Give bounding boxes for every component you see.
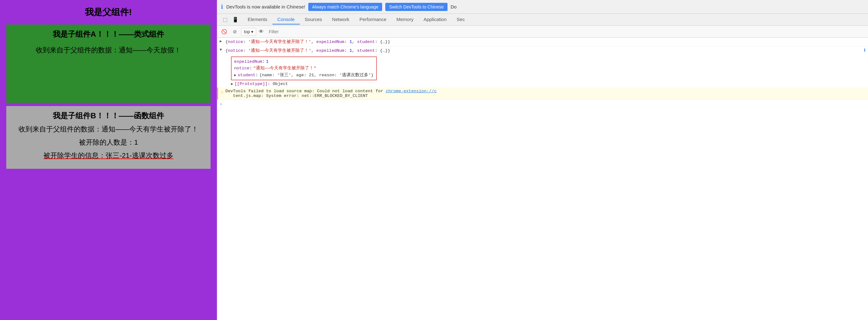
console-collapsed-text: {notice: '通知——今天有学生被开除了！', expelledNum: … [225,39,866,44]
tab-performance[interactable]: Performance [354,15,392,25]
tab-network[interactable]: Network [327,15,354,25]
proto-label: [[Prototype]] [235,81,268,86]
tab-sources[interactable]: Sources [300,15,327,25]
devtools-tab-bar: ⬚ 📱 Elements Console Sources Network Per… [217,14,868,26]
info-icon: ℹ [221,3,223,10]
inspect-element-icon[interactable]: ⬚ [221,16,229,24]
obj-key-notice: notice [234,66,250,71]
obj-key-expelled: expelledNum [234,59,262,64]
context-selector-arrow: ▾ [251,29,253,34]
filter-icon[interactable]: ⊘ [231,28,239,35]
notification-text: DevTools is now available in Chinese! [226,4,305,9]
console-row-collapsed: ▶ {notice: '通知——今天有学生被开除了！', expelledNum… [217,38,868,46]
console-filter-input[interactable] [266,28,866,35]
obj-value-notice: "通知——今天有学生被开除了！" [253,65,316,71]
notification-do-text: Do [451,4,457,9]
obj-row-expelled-num: expelledNum: 1 [234,58,374,65]
child-b-expelled-info: 被开除学生的信息：张三-21-逃课次数过多 [43,151,173,160]
child-b-container: 我是子组件B！！！——函数组件 收到来自于父组件的数据：通知——今天有学生被开除… [6,106,211,169]
tab-security[interactable]: Sec [452,15,470,25]
warning-icon: ⚠ [221,89,223,95]
context-selector[interactable]: top ▾ [241,28,256,35]
eye-icon[interactable]: 👁 [259,29,264,35]
tab-application[interactable]: Application [418,15,452,25]
clear-console-button[interactable]: 🚫 [220,28,229,35]
prompt-arrow: › [220,102,222,107]
console-toolbar: 🚫 ⊘ top ▾ 👁 [217,26,868,38]
expand-arrow-expanded[interactable]: ▼ [220,48,224,52]
console-prompt-row: › [217,100,868,109]
warning-link[interactable]: chrome-extension://c [385,89,436,94]
console-row-expanded-header: ▼ {notice: '通知——今天有学生被开除了！', expelledNum… [217,46,868,55]
child-b-expelled-count: 被开除的人数是：1 [79,138,138,147]
child-a-title: 我是子组件A！！！——类式组件 [53,29,164,39]
child-b-title: 我是子组件B！！！——函数组件 [53,111,164,121]
parent-title: 我是父组件! [3,3,214,21]
proto-value: : Object [268,81,288,86]
devtools-notification-bar: ℹ DevTools is now available in Chinese! … [217,0,868,14]
devtools-icon-buttons: ⬚ 📱 [219,16,243,24]
context-selector-label: top [244,29,250,34]
tab-console[interactable]: Console [273,15,300,25]
console-row-info-icon: ℹ [864,48,866,53]
obj-value-expelled: 1 [266,59,269,64]
obj-row-notice: notice: "通知——今天有学生被开除了！" [234,65,374,72]
obj-key-student: student [238,73,255,77]
console-content: ▶ {notice: '通知——今天有学生被开除了！', expelledNum… [217,38,868,320]
child-b-data-label: 收到来自于父组件的数据：通知——今天有学生被开除了！ [19,125,198,134]
object-highlight-box: expelledNum: 1 notice: "通知——今天有学生被开除了！" … [231,57,377,80]
warning-text: DevTools failed to load source map: Coul… [225,89,436,98]
proto-arrow[interactable]: ▶ [231,81,233,86]
tab-memory[interactable]: Memory [392,15,418,25]
prototype-row: ▶ [[Prototype]]: Object [226,81,866,87]
switch-to-chinese-button[interactable]: Switch DevTools to Chinese [385,3,447,11]
child-a-container: 我是子组件A！！！——类式组件 收到来自于父组件的数据：通知——今天放假！ [6,25,211,103]
console-expanded-text: {notice: '通知——今天有学生被开除了！', expelledNum: … [225,48,863,53]
obj-value-student: {name: '张三', age: 21, reason: '逃课次数过多'} [259,72,373,78]
devtools-panel: ℹ DevTools is now available in Chinese! … [217,0,868,320]
student-expand-arrow[interactable]: ▶ [234,73,236,77]
tab-elements[interactable]: Elements [243,15,273,25]
match-language-button[interactable]: Always match Chrome's language [308,3,382,11]
obj-row-student: ▶ student: {name: '张三', age: 21, reason:… [234,72,374,78]
left-panel: 我是父组件! 我是子组件A！！！——类式组件 收到来自于父组件的数据：通知——今… [0,0,217,320]
device-toolbar-icon[interactable]: 📱 [231,16,240,24]
child-a-data: 收到来自于父组件的数据：通知——今天放假！ [36,45,181,55]
expand-arrow-collapsed[interactable]: ▶ [220,39,224,44]
console-warning-row: ⚠ DevTools failed to load source map: Co… [217,87,868,100]
expanded-object-block: expelledNum: 1 notice: "通知——今天有学生被开除了！" … [217,55,868,87]
